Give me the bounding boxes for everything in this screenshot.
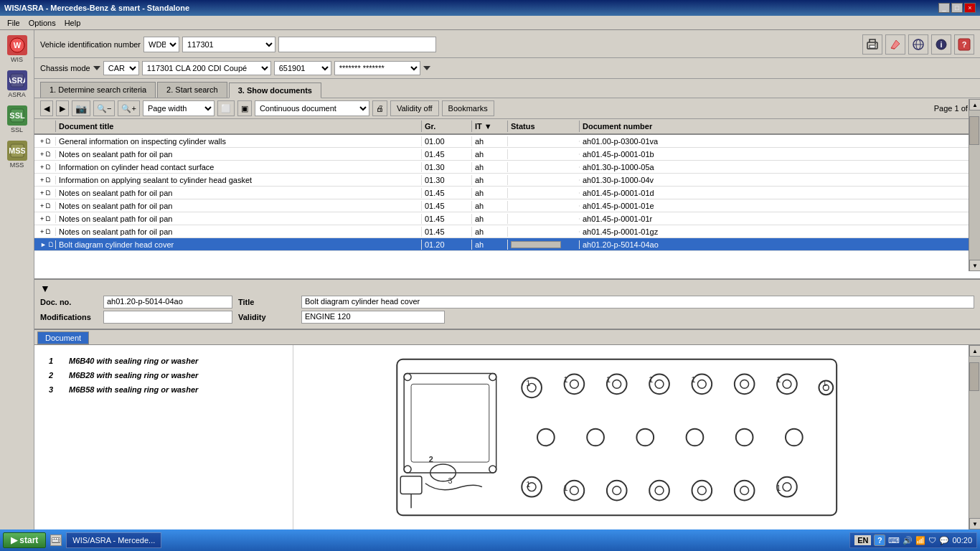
document-table-body[interactable]: + 🗋 General information on inspecting cy… <box>34 135 980 278</box>
table-row[interactable]: + 🗋 Information on applying sealant to c… <box>34 174 980 187</box>
table-scroll-track[interactable] <box>969 110 980 260</box>
maximize-button[interactable]: □ <box>951 3 963 13</box>
svg-point-26 <box>489 466 496 473</box>
info-icon-button[interactable]: i <box>931 34 951 55</box>
expand-icon[interactable]: + <box>40 215 44 222</box>
tab-determine-search[interactable]: 1. Determine search criteria <box>40 82 156 98</box>
expand-icon[interactable]: + <box>40 228 44 235</box>
validity-button[interactable]: Validity off <box>390 100 439 116</box>
menu-options[interactable]: Options <box>24 17 60 29</box>
chassis-model-select[interactable]: 117301 CLA 200 CDI Coupé <box>142 61 271 75</box>
viewer-scroll-up[interactable]: ▲ <box>969 345 980 357</box>
viewer-scroll-thumb[interactable] <box>969 362 979 391</box>
close-button[interactable]: × <box>964 3 976 13</box>
sidebar-item-wis[interactable]: W WIS <box>3 33 32 65</box>
expand-icon[interactable]: + <box>40 189 44 197</box>
minimize-button[interactable]: _ <box>938 3 950 13</box>
sidebar-item-ssl[interactable]: SSL SSL <box>3 103 32 136</box>
nav-forward-button[interactable]: ▶ <box>56 100 69 116</box>
svg-point-34 <box>655 380 664 388</box>
print-toolbar-button[interactable]: 🖨 <box>372 100 387 116</box>
table-scroll-thumb[interactable] <box>969 116 979 145</box>
row-title: Notes on sealant path for oil pan <box>56 188 422 198</box>
row-expand-cell[interactable]: + 🗋 <box>34 215 56 223</box>
viewer-scroll-down[interactable]: ▼ <box>969 518 980 529</box>
zoom-in-button[interactable]: 🔍+ <box>118 100 139 116</box>
table-row[interactable]: + 🗋 Notes on sealant path for oil pan 01… <box>34 212 980 225</box>
tabs-bar: 1. Determine search criteria 2. Start se… <box>34 79 980 98</box>
chassis-car-select[interactable]: CAR <box>103 61 139 75</box>
window-controls[interactable]: _ □ × <box>938 3 976 13</box>
chassis-mode-label: Chassis mode <box>40 64 90 72</box>
info-collapse-button[interactable]: ▼ <box>40 283 50 294</box>
single-page-button[interactable]: ⬜ <box>217 100 235 116</box>
svg-point-24 <box>489 374 496 381</box>
help-icon-button[interactable]: ? <box>954 34 974 55</box>
row-docnum: ah01.45-p-0001-01r <box>580 214 980 224</box>
document-tab[interactable]: Document <box>37 331 89 344</box>
col-header-gr: Gr. <box>422 121 472 132</box>
vin-prefix-select[interactable]: WDB <box>143 37 179 52</box>
svg-point-43 <box>537 429 555 446</box>
menu-file[interactable]: File <box>3 17 24 29</box>
doc-type-icon: 🗋 <box>45 215 52 222</box>
table-row[interactable]: + 🗋 Notes on sealant path for oil pan 01… <box>34 148 980 161</box>
chassis-extra-select[interactable]: ******* ******* <box>334 61 420 75</box>
table-row[interactable]: ► 🗋 Bolt diagram cylinder head cover 01.… <box>34 238 980 251</box>
snapshot-button[interactable]: 📷 <box>72 100 90 116</box>
row-expand-cell[interactable]: + 🗋 <box>34 137 56 146</box>
vin-extra-input[interactable] <box>278 37 436 52</box>
table-scroll-up[interactable]: ▲ <box>969 99 980 110</box>
svg-text:1: 1 <box>526 480 530 489</box>
expand-icon[interactable]: + <box>40 151 44 158</box>
row-expand-cell[interactable]: ► 🗋 <box>34 240 56 249</box>
viewer-scroll-track[interactable] <box>969 357 980 518</box>
row-expand-cell[interactable]: + 🗋 <box>34 202 56 210</box>
table-row[interactable]: + 🗋 Notes on sealant path for oil pan 01… <box>34 225 980 238</box>
doc-mode-select[interactable]: Continuous document Single document <box>255 100 369 116</box>
tab-start-search[interactable]: 2. Start search <box>157 82 227 98</box>
sidebar-item-mss[interactable]: MSS MSS <box>3 138 32 171</box>
col-header-expand <box>34 121 56 132</box>
print-icon-button[interactable] <box>862 34 882 55</box>
bookmarks-button[interactable]: Bookmarks <box>442 100 494 116</box>
row-expand-cell[interactable]: + 🗋 <box>34 150 56 159</box>
expand-icon[interactable]: + <box>40 176 44 184</box>
taskbar-app-button[interactable]: WIS/ASRA - Mercede... <box>66 532 161 548</box>
row-gr: 01.00 <box>422 136 472 146</box>
table-row[interactable]: + 🗋 Notes on sealant path for oil pan 01… <box>34 187 980 199</box>
table-row[interactable]: + 🗋 Notes on sealant path for oil pan 01… <box>34 199 980 212</box>
chassis-engine-select[interactable]: 651901 <box>274 61 331 75</box>
page-width-select[interactable]: Page width Full page 50% 75% 100% 150% <box>143 100 215 116</box>
row-expand-cell[interactable]: + 🗋 <box>34 189 56 197</box>
row-expand-cell[interactable]: + 🗋 <box>34 227 56 236</box>
viewer-scrollbar[interactable]: ▲ ▼ <box>969 345 980 529</box>
help-badge[interactable]: ? <box>874 534 885 546</box>
doc-item-1-number: 1 <box>49 357 60 365</box>
erase-icon-button[interactable] <box>885 34 905 55</box>
sidebar-item-asra[interactable]: ASRA ASRA <box>3 68 32 100</box>
zoom-out-button[interactable]: 🔍− <box>93 100 115 116</box>
row-expand-cell[interactable]: + 🗋 <box>34 176 56 184</box>
expand-icon[interactable]: + <box>40 138 44 145</box>
table-scrollbar[interactable]: ▲ ▼ <box>969 99 980 271</box>
tab-show-documents[interactable]: 3. Show documents <box>229 83 321 98</box>
vin-number-select[interactable]: 117301 <box>182 37 275 52</box>
expand-icon[interactable]: + <box>40 202 44 209</box>
row-it: ah <box>472 175 508 185</box>
expand-icon[interactable]: + <box>40 164 44 171</box>
table-row[interactable]: + 🗋 General information on inspecting cy… <box>34 135 980 148</box>
nav-back-button[interactable]: ◀ <box>40 100 53 116</box>
double-page-button[interactable]: ▣ <box>237 100 252 116</box>
document-list-container: Document title Gr. IT ▼ Status Document … <box>34 119 980 529</box>
table-scroll-down[interactable]: ▼ <box>969 260 980 271</box>
row-gr: 01.30 <box>422 162 472 172</box>
table-row[interactable]: + 🗋 Information on cylinder head contact… <box>34 161 980 174</box>
start-button[interactable]: ▶ start <box>3 532 46 548</box>
menu-help[interactable]: Help <box>60 17 85 29</box>
taskbar-keyboard-icon[interactable] <box>50 534 62 546</box>
search-globe-icon-button[interactable] <box>908 34 928 55</box>
svg-point-23 <box>404 374 411 381</box>
expand-icon[interactable]: ► <box>40 241 47 248</box>
row-expand-cell[interactable]: + 🗋 <box>34 163 56 171</box>
